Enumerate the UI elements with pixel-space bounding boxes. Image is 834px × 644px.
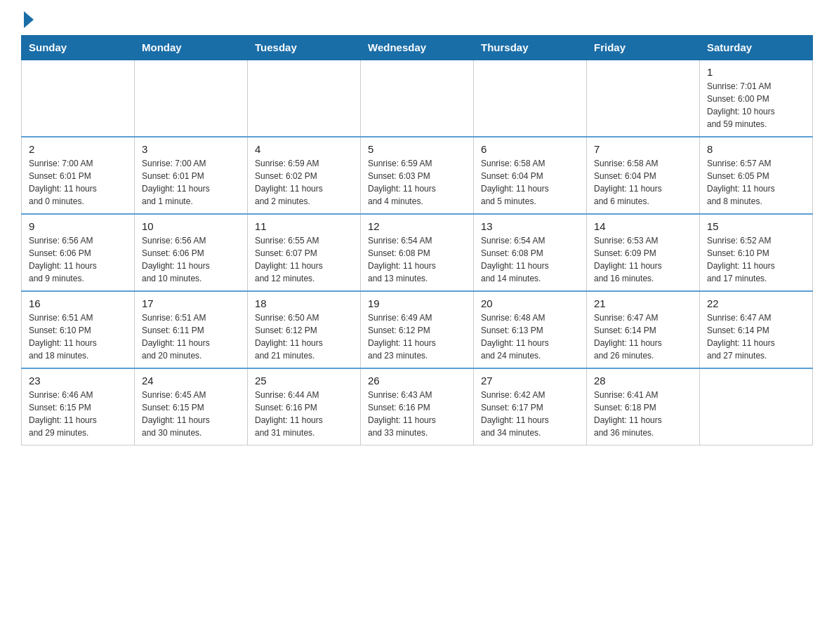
day-info: Sunrise: 6:42 AMSunset: 6:17 PMDaylight:… <box>481 389 579 439</box>
calendar-header-row: SundayMondayTuesdayWednesdayThursdayFrid… <box>22 36 813 60</box>
day-info: Sunrise: 7:00 AMSunset: 6:01 PMDaylight:… <box>29 157 127 208</box>
day-number: 13 <box>481 220 579 232</box>
day-number: 5 <box>368 143 466 155</box>
day-number: 25 <box>255 375 353 387</box>
day-info: Sunrise: 6:51 AMSunset: 6:11 PMDaylight:… <box>142 311 240 362</box>
day-number: 18 <box>255 297 353 309</box>
day-info: Sunrise: 7:01 AMSunset: 6:00 PMDaylight:… <box>707 80 805 130</box>
day-number: 9 <box>29 220 127 232</box>
day-number: 19 <box>368 297 466 309</box>
day-info: Sunrise: 6:56 AMSunset: 6:06 PMDaylight:… <box>142 234 240 285</box>
calendar-cell: 15Sunrise: 6:52 AMSunset: 6:10 PMDayligh… <box>700 214 813 291</box>
calendar-cell: 3Sunrise: 7:00 AMSunset: 6:01 PMDaylight… <box>135 137 248 214</box>
day-number: 22 <box>707 297 805 309</box>
calendar-cell: 22Sunrise: 6:47 AMSunset: 6:14 PMDayligh… <box>700 291 813 368</box>
calendar-cell: 21Sunrise: 6:47 AMSunset: 6:14 PMDayligh… <box>587 291 700 368</box>
day-info: Sunrise: 6:47 AMSunset: 6:14 PMDaylight:… <box>707 311 805 362</box>
day-info: Sunrise: 6:47 AMSunset: 6:14 PMDaylight:… <box>594 311 692 362</box>
calendar-cell: 6Sunrise: 6:58 AMSunset: 6:04 PMDaylight… <box>474 137 587 214</box>
day-info: Sunrise: 6:54 AMSunset: 6:08 PMDaylight:… <box>481 234 579 285</box>
weekday-header-saturday: Saturday <box>700 36 813 60</box>
day-info: Sunrise: 6:46 AMSunset: 6:15 PMDaylight:… <box>29 389 127 439</box>
calendar-cell: 28Sunrise: 6:41 AMSunset: 6:18 PMDayligh… <box>587 368 700 445</box>
day-info: Sunrise: 7:00 AMSunset: 6:01 PMDaylight:… <box>142 157 240 208</box>
weekday-header-sunday: Sunday <box>22 36 135 60</box>
calendar-cell: 4Sunrise: 6:59 AMSunset: 6:02 PMDaylight… <box>248 137 361 214</box>
calendar-cell: 13Sunrise: 6:54 AMSunset: 6:08 PMDayligh… <box>474 214 587 291</box>
day-info: Sunrise: 6:49 AMSunset: 6:12 PMDaylight:… <box>368 311 466 362</box>
page-header <box>21 14 813 28</box>
calendar-cell <box>361 60 474 137</box>
weekday-header-friday: Friday <box>587 36 700 60</box>
day-info: Sunrise: 6:45 AMSunset: 6:15 PMDaylight:… <box>142 389 240 439</box>
day-info: Sunrise: 6:54 AMSunset: 6:08 PMDaylight:… <box>368 234 466 285</box>
day-number: 7 <box>594 143 692 155</box>
calendar-cell <box>248 60 361 137</box>
day-info: Sunrise: 6:58 AMSunset: 6:04 PMDaylight:… <box>594 157 692 208</box>
logo <box>21 14 34 28</box>
weekday-header-wednesday: Wednesday <box>361 36 474 60</box>
day-number: 3 <box>142 143 240 155</box>
calendar-cell: 7Sunrise: 6:58 AMSunset: 6:04 PMDaylight… <box>587 137 700 214</box>
day-info: Sunrise: 6:43 AMSunset: 6:16 PMDaylight:… <box>368 389 466 439</box>
day-number: 27 <box>481 375 579 387</box>
day-info: Sunrise: 6:50 AMSunset: 6:12 PMDaylight:… <box>255 311 353 362</box>
day-info: Sunrise: 6:48 AMSunset: 6:13 PMDaylight:… <box>481 311 579 362</box>
weekday-header-monday: Monday <box>135 36 248 60</box>
calendar-cell: 8Sunrise: 6:57 AMSunset: 6:05 PMDaylight… <box>700 137 813 214</box>
calendar-cell: 19Sunrise: 6:49 AMSunset: 6:12 PMDayligh… <box>361 291 474 368</box>
calendar-cell: 26Sunrise: 6:43 AMSunset: 6:16 PMDayligh… <box>361 368 474 445</box>
day-info: Sunrise: 6:44 AMSunset: 6:16 PMDaylight:… <box>255 389 353 439</box>
calendar-cell: 23Sunrise: 6:46 AMSunset: 6:15 PMDayligh… <box>22 368 135 445</box>
day-number: 10 <box>142 220 240 232</box>
day-number: 17 <box>142 297 240 309</box>
calendar-cell <box>22 60 135 137</box>
day-info: Sunrise: 6:59 AMSunset: 6:03 PMDaylight:… <box>368 157 466 208</box>
calendar-week-row: 2Sunrise: 7:00 AMSunset: 6:01 PMDaylight… <box>22 137 813 214</box>
calendar-table: SundayMondayTuesdayWednesdayThursdayFrid… <box>21 35 813 445</box>
calendar-cell: 16Sunrise: 6:51 AMSunset: 6:10 PMDayligh… <box>22 291 135 368</box>
day-number: 24 <box>142 375 240 387</box>
calendar-cell: 12Sunrise: 6:54 AMSunset: 6:08 PMDayligh… <box>361 214 474 291</box>
day-number: 16 <box>29 297 127 309</box>
day-number: 14 <box>594 220 692 232</box>
day-number: 15 <box>707 220 805 232</box>
day-info: Sunrise: 6:53 AMSunset: 6:09 PMDaylight:… <box>594 234 692 285</box>
calendar-cell: 5Sunrise: 6:59 AMSunset: 6:03 PMDaylight… <box>361 137 474 214</box>
calendar-cell: 17Sunrise: 6:51 AMSunset: 6:11 PMDayligh… <box>135 291 248 368</box>
day-number: 8 <box>707 143 805 155</box>
day-number: 21 <box>594 297 692 309</box>
day-info: Sunrise: 6:51 AMSunset: 6:10 PMDaylight:… <box>29 311 127 362</box>
day-number: 4 <box>255 143 353 155</box>
calendar-cell <box>135 60 248 137</box>
day-info: Sunrise: 6:56 AMSunset: 6:06 PMDaylight:… <box>29 234 127 285</box>
calendar-cell <box>474 60 587 137</box>
day-number: 2 <box>29 143 127 155</box>
calendar-week-row: 16Sunrise: 6:51 AMSunset: 6:10 PMDayligh… <box>22 291 813 368</box>
day-number: 28 <box>594 375 692 387</box>
day-number: 12 <box>368 220 466 232</box>
weekday-header-thursday: Thursday <box>474 36 587 60</box>
day-number: 1 <box>707 66 805 78</box>
day-number: 20 <box>481 297 579 309</box>
day-info: Sunrise: 6:58 AMSunset: 6:04 PMDaylight:… <box>481 157 579 208</box>
calendar-cell: 20Sunrise: 6:48 AMSunset: 6:13 PMDayligh… <box>474 291 587 368</box>
weekday-header-tuesday: Tuesday <box>248 36 361 60</box>
calendar-cell: 11Sunrise: 6:55 AMSunset: 6:07 PMDayligh… <box>248 214 361 291</box>
calendar-cell: 24Sunrise: 6:45 AMSunset: 6:15 PMDayligh… <box>135 368 248 445</box>
day-info: Sunrise: 6:52 AMSunset: 6:10 PMDaylight:… <box>707 234 805 285</box>
calendar-cell: 25Sunrise: 6:44 AMSunset: 6:16 PMDayligh… <box>248 368 361 445</box>
day-info: Sunrise: 6:55 AMSunset: 6:07 PMDaylight:… <box>255 234 353 285</box>
calendar-cell: 9Sunrise: 6:56 AMSunset: 6:06 PMDaylight… <box>22 214 135 291</box>
day-info: Sunrise: 6:57 AMSunset: 6:05 PMDaylight:… <box>707 157 805 208</box>
calendar-week-row: 23Sunrise: 6:46 AMSunset: 6:15 PMDayligh… <box>22 368 813 445</box>
calendar-cell: 14Sunrise: 6:53 AMSunset: 6:09 PMDayligh… <box>587 214 700 291</box>
calendar-cell: 18Sunrise: 6:50 AMSunset: 6:12 PMDayligh… <box>248 291 361 368</box>
calendar-cell: 27Sunrise: 6:42 AMSunset: 6:17 PMDayligh… <box>474 368 587 445</box>
day-number: 26 <box>368 375 466 387</box>
calendar-week-row: 1Sunrise: 7:01 AMSunset: 6:00 PMDaylight… <box>22 60 813 137</box>
day-info: Sunrise: 6:41 AMSunset: 6:18 PMDaylight:… <box>594 389 692 439</box>
calendar-cell: 1Sunrise: 7:01 AMSunset: 6:00 PMDaylight… <box>700 60 813 137</box>
day-number: 11 <box>255 220 353 232</box>
calendar-week-row: 9Sunrise: 6:56 AMSunset: 6:06 PMDaylight… <box>22 214 813 291</box>
